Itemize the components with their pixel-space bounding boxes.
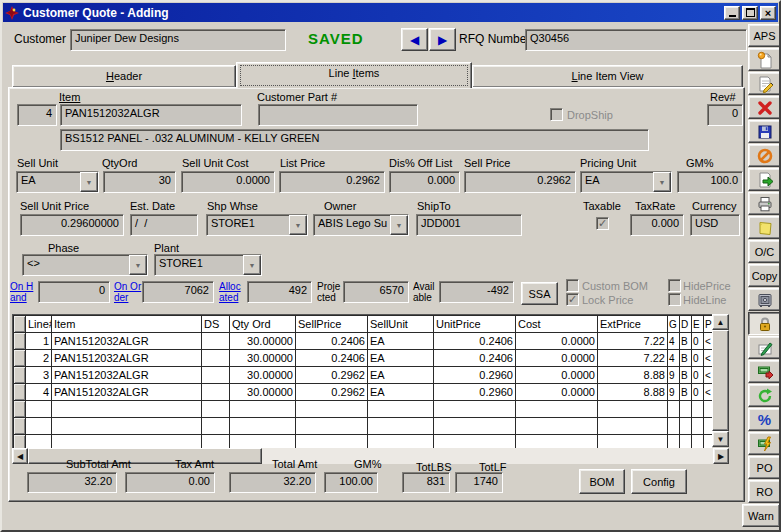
row-selector[interactable] [14,350,26,367]
prev-record-button[interactable]: ◀ [401,28,428,51]
table-row[interactable]: 1 PAN1512032ALGR 30.00000 0.2406 EA 0.24… [14,333,713,350]
qty-ord-field[interactable]: 30 [103,171,176,193]
edit-record-button[interactable] [748,72,781,95]
dropship-checkbox[interactable] [550,108,563,121]
cash-out-button[interactable] [748,360,781,383]
sell-unit-label: Sell Unit [17,157,58,169]
grid-vertical-scrollbar[interactable]: ▲ ▼ [712,314,729,447]
aps-button[interactable]: APS [748,24,781,47]
po-button[interactable]: PO [748,456,781,479]
lock-price-button[interactable] [748,312,781,335]
close-button[interactable]: × [760,6,776,20]
warn-button[interactable]: Warn [742,504,780,527]
sell-unit-cost-field[interactable]: 0.0000 [181,171,275,193]
dropdown-arrow-icon[interactable]: ▼ [390,215,408,235]
taxable-label: Taxable [583,200,621,212]
scroll-thumb[interactable] [28,448,262,464]
rfq-number-field[interactable]: Q30456 [525,29,747,51]
item-code-field[interactable]: PAN1512032ALGR [60,104,242,126]
ro-button[interactable]: RO [748,480,781,503]
vault-button[interactable] [748,288,781,311]
oc-button[interactable]: O/C [748,240,781,263]
notes-button[interactable] [748,216,781,239]
lock-price-checkbox[interactable]: ✓ [566,293,579,306]
hide-price-checkbox[interactable] [668,279,681,292]
allocated-link[interactable]: Allocated [219,281,246,303]
minimize-icon [729,15,736,17]
delete-record-button[interactable] [748,96,781,119]
sidebar-toolbar: APS O/C Copy % PO RO Warn [748,24,781,527]
ssa-button[interactable]: SSA [521,282,558,305]
plant-label: Plant [154,242,179,254]
cash-flash-button[interactable] [748,432,781,455]
new-record-button[interactable] [748,48,781,71]
scroll-left-button[interactable]: ◀ [12,448,28,464]
dropdown-arrow-icon[interactable]: ▼ [289,215,307,235]
dropdown-arrow-icon[interactable]: ▼ [80,172,98,192]
discount-field[interactable]: 0.000 [389,171,460,193]
gm-field: 100.0 [677,171,743,193]
pricing-unit-label: Pricing Unit [580,157,636,169]
table-row[interactable]: 4 PAN1512032ALGR 30.00000 0.2962 EA 0.29… [14,384,713,401]
custom-bom-checkbox[interactable] [566,279,579,292]
on-order-field: 7062 [142,281,214,303]
rev-label: Rev# [710,91,736,103]
tab-line-item-view[interactable]: Line Item View [472,65,743,88]
config-button[interactable]: Config [631,469,687,494]
on-hand-link[interactable]: On Hand [10,281,36,303]
sell-unit-cost-label: Sell Unit Cost [182,157,249,169]
scroll-down-button[interactable]: ▼ [712,431,729,447]
dropdown-arrow-icon[interactable]: ▼ [243,255,261,275]
qty-ord-label: QtyOrd [102,157,137,169]
arrow-up-icon: ▲ [717,318,725,327]
maximize-icon [746,8,755,17]
taxrate-field[interactable]: 0.000 [630,214,684,236]
scroll-right-button[interactable]: ▶ [713,448,729,464]
sell-unit-price-field[interactable]: 0.29600000 [20,214,124,236]
customer-field[interactable]: Juniper Dew Designs [70,29,286,51]
owner-combo[interactable]: ABIS Lego Su▼ [313,214,409,236]
on-order-link[interactable]: On Order [114,281,142,303]
row-selector-header [14,316,26,333]
scroll-up-button[interactable]: ▲ [712,314,729,330]
shp-whse-combo[interactable]: STORE1▼ [206,214,308,236]
customer-part-field[interactable] [258,104,418,126]
cancel-button[interactable] [748,144,781,167]
item-label[interactable]: Item [59,91,80,103]
arrow-left-icon: ◀ [17,452,23,461]
totlbs-field: 831 [402,472,450,493]
copy-button[interactable]: Copy [748,264,781,287]
table-row[interactable]: 3 PAN1512032ALGR 30.00000 0.2962 EA 0.29… [14,367,713,384]
on-hand-field: 0 [38,281,110,303]
exit-button[interactable] [748,168,781,191]
dropdown-arrow-icon[interactable]: ▼ [653,172,671,192]
list-price-field[interactable]: 0.2962 [279,171,385,193]
row-selector[interactable] [14,333,26,350]
refresh-button[interactable] [748,384,781,407]
maximize-button[interactable] [742,6,758,20]
table-row[interactable]: 2 PAN1512032ALGR 30.00000 0.2406 EA 0.24… [14,350,713,367]
taxable-checkbox[interactable]: ✓ [596,217,609,230]
plant-combo[interactable]: STORE1▼ [154,254,262,276]
scroll-thumb[interactable] [712,330,729,431]
percent-button[interactable]: % [748,408,781,431]
row-selector[interactable] [14,367,26,384]
tab-line-items[interactable]: Line Items [236,62,472,88]
pricing-unit-combo[interactable]: EA▼ [580,171,672,193]
phase-combo[interactable]: <>▼ [22,254,148,276]
print-button[interactable] [748,192,781,215]
tab-header[interactable]: Header [12,65,236,88]
shipto-field[interactable]: JDD001 [416,214,522,236]
bom-button[interactable]: BOM [579,469,625,494]
write-note-button[interactable] [748,336,781,359]
minimize-button[interactable] [724,6,740,20]
sell-price-field[interactable]: 0.2962 [464,171,576,193]
save-button[interactable] [748,120,781,143]
sell-unit-combo[interactable]: EA▼ [16,171,99,193]
totals-gm-field: 100.00 [324,472,378,493]
est-date-field[interactable]: / / [130,214,198,236]
next-record-button[interactable]: ▶ [429,28,456,51]
dropdown-arrow-icon[interactable]: ▼ [129,255,147,275]
hide-line-checkbox[interactable] [668,293,681,306]
row-selector[interactable] [14,384,26,401]
